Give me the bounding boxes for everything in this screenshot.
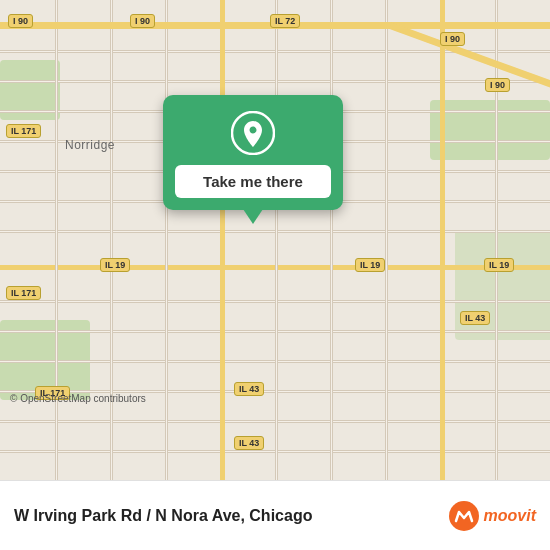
road-v-3 — [165, 0, 168, 480]
park-area-right — [430, 100, 550, 160]
bottom-bar: W Irving Park Rd / N Nora Ave, Chicago m… — [0, 480, 550, 550]
take-me-there-button[interactable]: Take me there — [175, 165, 331, 198]
moovit-icon — [448, 500, 480, 532]
badge-i90-2: I 90 — [130, 14, 155, 28]
badge-il43-2: IL 43 — [234, 382, 264, 396]
badge-i90-4: I 90 — [485, 78, 510, 92]
map-container: I 90 I 90 IL 72 I 90 I 90 IL 171 IL 19 I… — [0, 0, 550, 480]
badge-il72: IL 72 — [270, 14, 300, 28]
road-v-7 — [495, 0, 498, 480]
moovit-logo: moovit — [448, 500, 536, 532]
address-text: W Irving Park Rd / N Nora Ave, Chicago — [14, 507, 448, 525]
badge-il43-1: IL 43 — [460, 311, 490, 325]
moovit-brand-text: moovit — [484, 507, 536, 525]
road-v-1 — [55, 0, 58, 480]
location-pin-icon — [231, 111, 275, 155]
badge-i90-3: I 90 — [440, 32, 465, 46]
badge-il19-2: IL 19 — [355, 258, 385, 272]
norridge-label: Norridge — [65, 138, 115, 152]
road-v-6 — [385, 0, 388, 480]
svg-point-1 — [449, 501, 479, 531]
road-v-2 — [110, 0, 113, 480]
osm-attribution: © OpenStreetMap contributors — [10, 393, 146, 404]
badge-il171-2: IL 171 — [6, 286, 41, 300]
badge-il43-3: IL 43 — [234, 436, 264, 450]
badge-il19-3: IL 19 — [484, 258, 514, 272]
road-v-5 — [330, 0, 333, 480]
road-v-4 — [275, 0, 278, 480]
badge-il171-1: IL 171 — [6, 124, 41, 138]
badge-i90-1: I 90 — [8, 14, 33, 28]
popup-card: Take me there — [163, 95, 343, 210]
svg-point-0 — [232, 112, 274, 154]
road-il43-v — [440, 0, 445, 480]
badge-il19-1: IL 19 — [100, 258, 130, 272]
road-il171-v — [220, 0, 225, 480]
